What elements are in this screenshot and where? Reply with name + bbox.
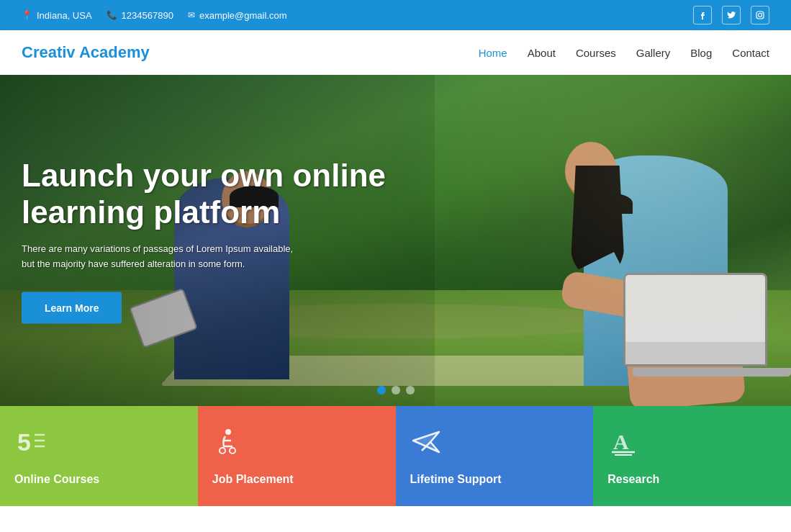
svg-text:5: 5 (17, 428, 31, 456)
feature-bar: 5 Online Courses Job Placement (0, 406, 791, 506)
svg-point-2 (761, 13, 762, 14)
svg-point-7 (225, 429, 231, 435)
slider-dot-3[interactable] (406, 386, 415, 395)
feature-online-courses[interactable]: 5 Online Courses (0, 406, 198, 506)
job-placement-icon (212, 426, 244, 464)
nav-home[interactable]: Home (479, 47, 507, 59)
top-bar-contacts: 📍 Indiana, USA 📞 1234567890 ✉ example@gm… (22, 10, 287, 21)
navigation: Home About Courses Gallery Blog Contact (479, 47, 769, 59)
hero-cta-button[interactable]: Learn More (22, 292, 122, 323)
svg-point-8 (220, 448, 225, 454)
header: Creativ Academy Home About Courses Galle… (0, 30, 791, 75)
hero-content: Launch your own online learning platform… (22, 158, 396, 324)
slider-dot-1[interactable] (377, 386, 386, 395)
social-links (693, 6, 769, 24)
feature-lifetime-support[interactable]: Lifetime Support (396, 406, 594, 506)
lifetime-support-icon (410, 426, 442, 464)
email-icon: ✉ (188, 10, 195, 20)
phone-item: 📞 1234567890 (107, 10, 173, 21)
hero-subtitle: There are many variations of passages of… (22, 242, 295, 272)
hero-title: Launch your own online learning platform (22, 158, 396, 230)
location-item: 📍 Indiana, USA (22, 10, 92, 21)
twitter-icon[interactable] (722, 6, 741, 24)
feature-job-placement[interactable]: Job Placement (198, 406, 396, 506)
email-item: ✉ example@gmail.com (188, 10, 287, 21)
feature-research[interactable]: A Research (593, 406, 791, 506)
online-courses-label: Online Courses (14, 473, 99, 486)
job-placement-label: Job Placement (212, 473, 294, 486)
svg-text:A: A (613, 430, 629, 454)
online-courses-icon: 5 (14, 426, 46, 464)
research-icon: A (607, 426, 639, 464)
instagram-icon[interactable] (751, 6, 769, 24)
hero-section: Launch your own online learning platform… (0, 75, 791, 406)
svg-point-1 (759, 14, 762, 17)
svg-rect-0 (756, 12, 764, 19)
slider-dots (377, 386, 415, 395)
svg-point-9 (230, 448, 235, 454)
top-bar: 📍 Indiana, USA 📞 1234567890 ✉ example@gm… (0, 0, 791, 30)
phone-text: 1234567890 (122, 10, 173, 21)
nav-contact[interactable]: Contact (732, 47, 769, 59)
location-text: Indiana, USA (37, 10, 92, 21)
nav-gallery[interactable]: Gallery (636, 47, 671, 59)
nav-blog[interactable]: Blog (690, 47, 712, 59)
nav-courses[interactable]: Courses (576, 47, 616, 59)
logo[interactable]: Creativ Academy (22, 43, 150, 62)
email-text: example@gmail.com (199, 10, 287, 21)
facebook-icon[interactable] (693, 6, 712, 24)
lifetime-support-label: Lifetime Support (410, 473, 502, 486)
svg-marker-10 (413, 432, 439, 452)
nav-about[interactable]: About (528, 47, 556, 59)
slider-dot-2[interactable] (392, 386, 400, 395)
phone-icon: 📞 (107, 10, 117, 20)
research-label: Research (607, 473, 659, 486)
location-icon: 📍 (22, 10, 32, 20)
